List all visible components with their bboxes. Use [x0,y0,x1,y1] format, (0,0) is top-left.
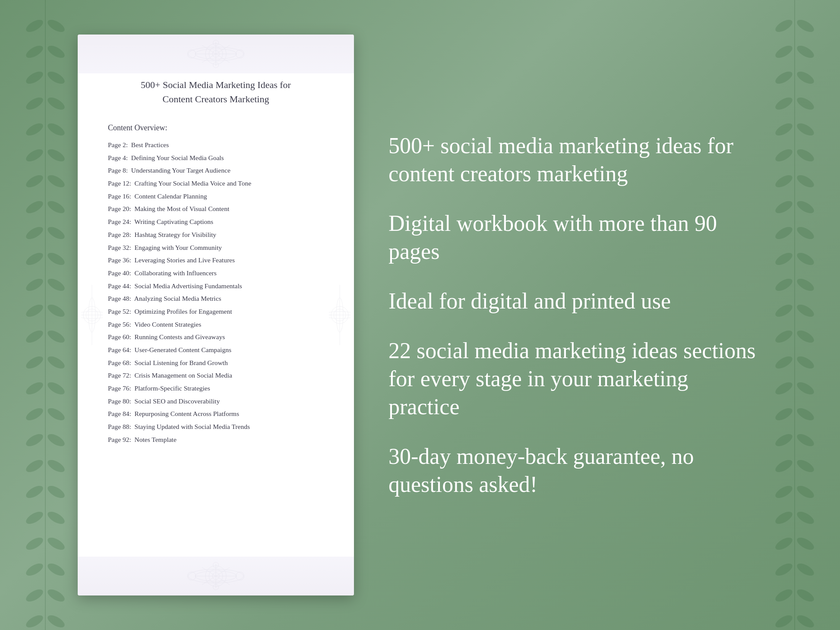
toc-item: Page 4: Defining Your Social Media Goals [108,153,324,163]
features-panel: 500+ social media marketing ideas for co… [388,114,762,516]
document-preview: 500+ Social Media Marketing Ideas forCon… [78,35,354,595]
toc-item: Page 72: Crisis Management on Social Med… [108,371,324,380]
toc-item: Page 44: Social Media Advertising Fundam… [108,281,324,291]
feature-text: Ideal for digital and printed use [388,287,762,315]
toc-page-number: Page 72: [108,371,131,380]
section-label: Content Overview: [108,123,324,132]
toc-item: Page 56: Video Content Strategies [108,320,324,329]
toc-item: Page 8: Understanding Your Target Audien… [108,166,324,175]
feature-text: Digital workbook with more than 90 pages [388,209,762,265]
toc-item: Page 52: Optimizing Profiles for Engagem… [108,307,324,316]
toc-page-number: Page 40: [108,268,131,278]
toc-page-number: Page 2: [108,140,128,150]
toc-page-number: Page 24: [108,217,131,227]
toc-item: Page 88: Staying Updated with Social Med… [108,422,324,432]
toc-page-number: Page 12: [108,179,131,188]
toc-item: Page 28: Hashtag Strategy for Visibility [108,230,324,239]
toc-item: Page 40: Collaborating with Influencers [108,268,324,278]
toc-page-number: Page 36: [108,255,131,265]
toc-page-number: Page 16: [108,192,131,201]
toc-item: Page 76: Platform-Specific Strategies [108,384,324,393]
toc-item: Page 84: Repurposing Content Across Plat… [108,409,324,419]
toc-page-number: Page 56: [108,320,131,329]
toc-item: Page 64: User-Generated Content Campaign… [108,345,324,355]
toc-page-number: Page 68: [108,358,131,368]
toc-page-number: Page 84: [108,409,131,419]
toc-page-number: Page 32: [108,243,131,252]
toc-page-number: Page 4: [108,153,128,163]
toc-item: Page 20: Making the Most of Visual Conte… [108,204,324,214]
toc-item: Page 32: Engaging with Your Community [108,243,324,252]
toc-page-number: Page 88: [108,422,131,432]
toc-page-number: Page 8: [108,166,128,175]
table-of-contents: Page 2: Best PracticesPage 4: Defining Y… [108,140,324,444]
toc-item: Page 36: Leveraging Stories and Live Fea… [108,255,324,265]
toc-item: Page 16: Content Calendar Planning [108,192,324,201]
toc-page-number: Page 20: [108,204,131,214]
feature-text: 22 social media marketing ideas sections… [388,337,762,421]
toc-item: Page 80: Social SEO and Discoverability [108,397,324,406]
toc-page-number: Page 28: [108,230,131,239]
toc-item: Page 92: Notes Template [108,435,324,444]
toc-page-number: Page 44: [108,281,131,291]
toc-item: Page 12: Crafting Your Social Media Voic… [108,179,324,188]
toc-page-number: Page 92: [108,435,131,444]
document-content: 500+ Social Media Marketing Ideas forCon… [78,35,354,595]
toc-page-number: Page 52: [108,307,131,316]
toc-page-number: Page 80: [108,397,131,406]
toc-page-number: Page 60: [108,332,131,342]
document-title: 500+ Social Media Marketing Ideas forCon… [108,78,324,106]
toc-page-number: Page 64: [108,345,131,355]
main-container: 500+ Social Media Marketing Ideas forCon… [0,0,840,630]
toc-item: Page 60: Running Contests and Giveaways [108,332,324,342]
toc-item: Page 24: Writing Captivating Captions [108,217,324,227]
toc-page-number: Page 76: [108,384,131,393]
feature-text: 500+ social media marketing ideas for co… [388,132,762,188]
toc-item: Page 48: Analyzing Social Media Metrics [108,294,324,303]
toc-item: Page 2: Best Practices [108,140,324,150]
toc-item: Page 68: Social Listening for Brand Grow… [108,358,324,368]
feature-text: 30-day money-back guarantee, no question… [388,442,762,498]
toc-page-number: Page 48: [108,294,131,303]
